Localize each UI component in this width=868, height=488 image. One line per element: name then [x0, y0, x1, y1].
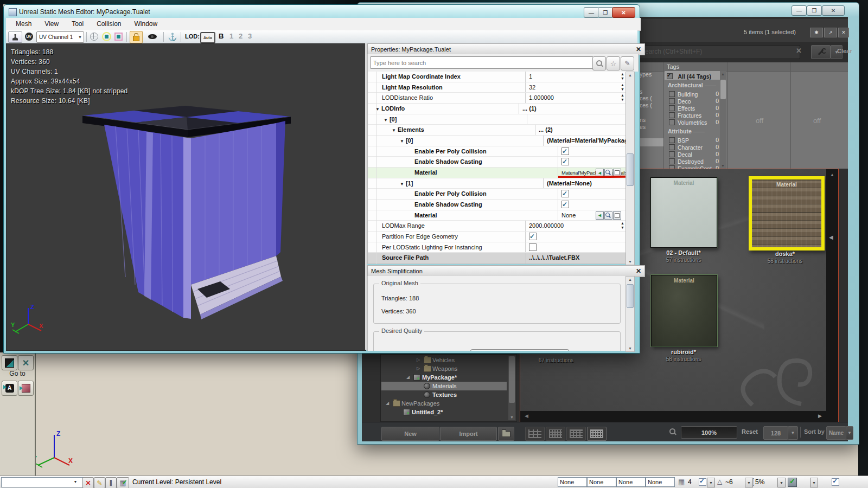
tag-checkbox[interactable] — [669, 119, 675, 125]
property-value[interactable] — [558, 189, 626, 199]
zoom-reset-button[interactable]: Reset — [742, 428, 758, 435]
realtime-preview-button[interactable] — [146, 31, 159, 42]
tag-checkbox[interactable] — [669, 158, 675, 164]
tag-item-deco[interactable]: Deco — [669, 98, 691, 105]
tree-expanded-icon[interactable]: ◢ — [406, 375, 410, 380]
show-uv-seams-button[interactable] — [113, 31, 123, 42]
value-spinner[interactable]: ▲▼ — [621, 221, 624, 230]
save-dropdown[interactable]: ▼ — [810, 478, 818, 487]
asset-thumb-doska[interactable]: Material — [749, 176, 825, 251]
hide-button[interactable]: ✕ — [18, 355, 34, 370]
tree-item-vehicles[interactable]: ▷Vehicles — [381, 356, 507, 364]
menu-mesh[interactable]: Mesh — [9, 18, 38, 30]
show-open-edges-button[interactable] — [101, 31, 111, 42]
value-spinner[interactable]: ▲▼ — [621, 72, 624, 81]
property-value[interactable]: (Material=None) — [543, 178, 626, 189]
asset-vertical-scrollbar[interactable]: ▲ ◀ — [826, 169, 838, 422]
quality-control-partial[interactable] — [470, 349, 569, 351]
tag-checkbox[interactable] — [669, 105, 675, 111]
tag-item-destroyed[interactable]: Destroyed — [669, 158, 704, 165]
property-checkbox[interactable] — [561, 158, 569, 165]
property-value[interactable]: 2000.000000▲▼ — [525, 221, 626, 231]
mesh-simplification-scrollbar[interactable]: ▲ ▼ — [626, 276, 635, 352]
float-browser-button[interactable]: ↗ — [824, 28, 837, 37]
favorites-star-button[interactable]: ☆ — [607, 56, 620, 70]
tree-scrollbar[interactable]: ▼ — [508, 356, 515, 420]
asset-thumb-02-default[interactable]: Material — [650, 177, 717, 248]
value-spinner[interactable]: ▲▼ — [621, 93, 624, 102]
object-type-fragment[interactable]: es — [640, 124, 646, 130]
sme-close-button[interactable]: ✕ — [612, 7, 635, 18]
asset-name[interactable]: rubiroid* — [644, 349, 723, 355]
tree-collapsed-icon[interactable]: ▷ — [417, 366, 420, 371]
goto-actor-button[interactable]: A — [2, 381, 17, 396]
tag-item-examplecont[interactable]: ExampleCont — [669, 165, 712, 169]
find-in-content-browser-button[interactable] — [604, 211, 612, 220]
object-type-fragment[interactable]: ces ( — [640, 95, 652, 101]
asset-name-selected[interactable]: doska* — [745, 251, 825, 257]
tree-item-untitled2[interactable]: Untitled_2* — [381, 408, 507, 416]
property-value[interactable]: Material'MyPackage.Materials.doska'◄ — [558, 168, 626, 178]
property-value[interactable] — [525, 232, 626, 242]
tags-scrollbar[interactable]: ▲ ▼ — [720, 71, 726, 169]
tree-item-textures[interactable]: Textures — [381, 390, 507, 399]
socket-anchor-button[interactable]: ⚓ — [167, 31, 178, 42]
tree-collapsed-icon[interactable]: ▷ — [417, 357, 420, 362]
volume-dropdown[interactable]: ▼ — [777, 478, 786, 487]
properties-search-input[interactable] — [370, 56, 593, 69]
open-folder-button[interactable] — [498, 427, 514, 441]
expand-arrow-icon[interactable]: ▼ — [400, 139, 404, 144]
cb-clear-label[interactable]: Clear — [837, 48, 852, 54]
property-checkbox[interactable] — [529, 233, 537, 240]
camera-lock-button[interactable] — [130, 31, 143, 43]
expand-arrow-icon[interactable]: ▼ — [400, 182, 404, 187]
status-none-field[interactable]: None — [616, 477, 646, 487]
property-value[interactable]: 32▲▼ — [525, 82, 626, 93]
thumb-size-field[interactable]: 128 — [763, 426, 788, 440]
property-value[interactable] — [558, 157, 626, 167]
lightmap-checkbox[interactable] — [699, 478, 706, 486]
property-value[interactable]: (Material=Material'MyPackage.Materia — [543, 136, 626, 146]
tri-dropdown[interactable]: ▼ — [745, 478, 753, 487]
property-checkbox[interactable] — [561, 190, 569, 197]
expand-arrow-icon[interactable]: ▼ — [384, 118, 388, 123]
asset-name[interactable]: 02 - Default* — [644, 249, 723, 256]
lightmap-dropdown[interactable]: ▼ — [707, 478, 715, 487]
view-list-button[interactable] — [525, 427, 545, 441]
new-package-button[interactable]: New — [381, 427, 439, 441]
cb-minimize-button[interactable]: — — [792, 5, 807, 16]
tag-item-volumetrics[interactable]: Volumetrics — [669, 119, 707, 126]
lod-level-3[interactable]: 3 — [248, 32, 252, 40]
property-value[interactable]: ... (2) — [535, 125, 626, 135]
new-browser-window-button[interactable]: ✱ — [810, 28, 823, 37]
tree-item-weapons[interactable]: ▷Weapons — [381, 364, 507, 373]
status-none-field[interactable]: None — [558, 477, 587, 487]
save-checkbox[interactable] — [832, 478, 839, 486]
view-split-button[interactable] — [546, 427, 565, 441]
property-value[interactable]: 1▲▼ — [525, 72, 626, 82]
status-none-field[interactable]: None — [587, 477, 616, 487]
view-thumbs-button[interactable] — [566, 427, 586, 441]
property-value[interactable]: None◄ — [558, 210, 626, 221]
object-types-selected-row[interactable] — [639, 138, 663, 146]
tag-checkbox[interactable] — [669, 91, 675, 97]
import-button[interactable]: Import — [440, 427, 497, 441]
sme-minimize-button[interactable]: — — [584, 7, 599, 18]
cb-close-button[interactable]: ✕ — [822, 5, 845, 16]
property-checkbox[interactable] — [561, 147, 569, 155]
tag-item-fractures[interactable]: Fractures — [669, 112, 701, 119]
tag-checkbox[interactable] — [669, 137, 675, 143]
status-combo-dropdown[interactable]: ▼ — [72, 478, 79, 486]
property-value[interactable] — [525, 242, 626, 253]
asset-thumb-rubiroid[interactable]: Material — [651, 275, 717, 346]
split-button[interactable]: ∥ — [105, 477, 117, 488]
sort-value-field[interactable]: Name — [826, 426, 846, 440]
wireframe-sphere-button[interactable] — [88, 31, 99, 42]
property-value[interactable] — [527, 114, 626, 125]
no-autosave-button[interactable]: ✕ — [82, 477, 94, 488]
object-type-fragment[interactable]: ces ( — [640, 102, 652, 108]
sme-maximize-button[interactable]: ❒ — [598, 7, 613, 18]
tag-item-effects[interactable]: Effects — [669, 105, 695, 112]
object-type-fragment[interactable]: ns — [640, 117, 646, 123]
view-grid-button[interactable] — [587, 427, 607, 441]
